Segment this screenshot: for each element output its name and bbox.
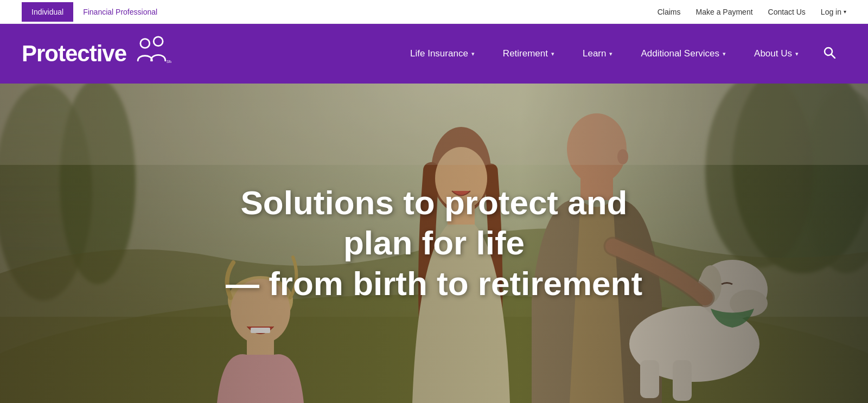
additional-services-label: Additional Services: [641, 48, 719, 59]
financial-professional-tab[interactable]: Financial Professional: [73, 2, 167, 22]
user-type-tabs: Individual Financial Professional: [22, 2, 167, 22]
svg-point-1: [154, 37, 163, 46]
about-us-nav[interactable]: About Us ▾: [740, 24, 813, 84]
hero-content: Solutions to protect and plan for life —…: [0, 84, 868, 403]
svg-line-4: [832, 54, 835, 58]
make-payment-link[interactable]: Make a Payment: [696, 8, 753, 16]
login-label: Log in: [821, 8, 841, 16]
hero-section: Solutions to protect and plan for life —…: [0, 84, 868, 403]
logo[interactable]: Protective SM: [22, 37, 171, 70]
individual-tab[interactable]: Individual: [22, 2, 73, 22]
hero-text-block: Solutions to protect and plan for life —…: [190, 183, 678, 304]
search-button[interactable]: [813, 24, 846, 84]
learn-chevron: ▾: [609, 50, 612, 57]
retirement-label: Retirement: [503, 48, 548, 59]
claims-link[interactable]: Claims: [658, 8, 681, 16]
hero-headline: Solutions to protect and plan for life —…: [212, 183, 656, 304]
svg-text:SM: SM: [167, 59, 171, 64]
learn-nav[interactable]: Learn ▾: [569, 24, 627, 84]
learn-label: Learn: [583, 48, 606, 59]
svg-point-0: [141, 39, 150, 48]
retirement-nav[interactable]: Retirement ▾: [489, 24, 569, 84]
logo-icon: SM: [131, 35, 171, 70]
additional-services-nav[interactable]: Additional Services ▾: [627, 24, 740, 84]
nav-items: Life Insurance ▾ Retirement ▾ Learn ▾ Ad…: [396, 24, 813, 84]
life-insurance-chevron: ▾: [471, 50, 475, 57]
about-us-label: About Us: [754, 48, 792, 59]
hero-headline-line1: Solutions to protect and plan for life: [241, 184, 628, 261]
utility-bar: Individual Financial Professional Claims…: [0, 0, 868, 24]
login-chevron: ▾: [844, 9, 846, 15]
retirement-chevron: ▾: [551, 50, 554, 57]
hero-headline-line2: — from birth to retirement: [226, 265, 642, 302]
search-icon: [824, 47, 835, 61]
life-insurance-nav[interactable]: Life Insurance ▾: [396, 24, 489, 84]
logo-text: Protective: [22, 41, 126, 67]
contact-us-link[interactable]: Contact Us: [768, 8, 806, 16]
login-button[interactable]: Log in ▾: [821, 8, 846, 16]
utility-links: Claims Make a Payment Contact Us Log in …: [658, 8, 846, 16]
about-us-chevron: ▾: [795, 50, 799, 57]
additional-services-chevron: ▾: [723, 50, 726, 57]
life-insurance-label: Life Insurance: [410, 48, 468, 59]
main-navigation: Protective SM Life Insurance ▾ Retiremen…: [0, 24, 868, 84]
